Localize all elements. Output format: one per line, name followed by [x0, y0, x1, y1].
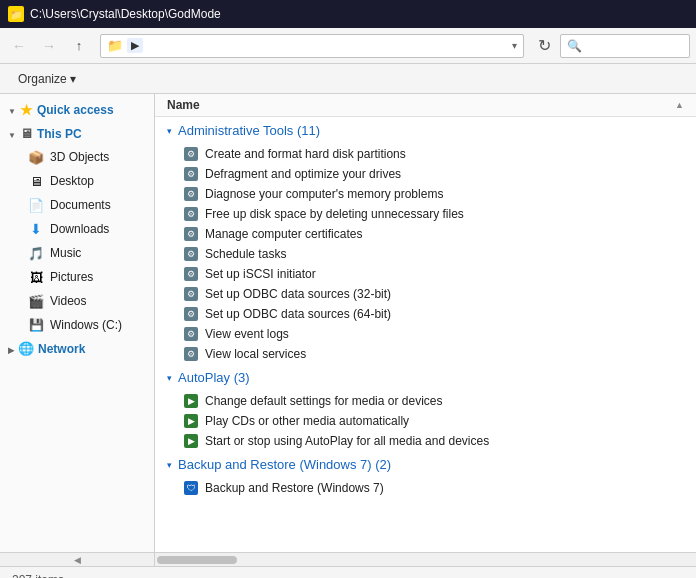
- toolbar: ← → ↑ 📁 ▶ ▾ ↻ 🔍: [0, 28, 696, 64]
- sidebar-item-3d-objects[interactable]: 📦 3D Objects: [0, 145, 154, 169]
- search-icon: 🔍: [567, 39, 582, 53]
- autoplay-icon: ▶: [183, 393, 199, 409]
- category-admin-tools: ▾ Administrative Tools (11) ⚙ Create and…: [155, 117, 696, 364]
- tool-icon: ⚙: [183, 266, 199, 282]
- category-backup-restore-title: Backup and Restore (Windows 7) (2): [178, 457, 391, 472]
- list-item[interactable]: ⚙ Manage computer certificates: [155, 224, 696, 244]
- folder-downloads-icon: ⬇: [28, 221, 44, 237]
- list-item[interactable]: 🛡 Backup and Restore (Windows 7): [155, 478, 696, 498]
- content-header: Name ▲: [155, 94, 696, 117]
- back-button[interactable]: ←: [6, 33, 32, 59]
- category-autoplay-title: AutoPlay (3): [178, 370, 250, 385]
- sidebar-section-this-pc[interactable]: 🖥 This PC: [0, 122, 154, 145]
- folder-videos-icon: 🎬: [28, 293, 44, 309]
- tool-icon: ⚙: [183, 326, 199, 342]
- category-autoplay-items: ▶ Change default settings for media or d…: [155, 391, 696, 451]
- search-box[interactable]: 🔍: [560, 34, 690, 58]
- sidebar-section-quick-access[interactable]: ★ Quick access: [0, 98, 154, 122]
- address-bar[interactable]: 📁 ▶ ▾: [100, 34, 524, 58]
- sidebar-item-pictures[interactable]: 🖼 Pictures: [0, 265, 154, 289]
- address-dropdown-icon[interactable]: ▾: [512, 40, 517, 51]
- category-autoplay: ▾ AutoPlay (3) ▶ Change default settings…: [155, 364, 696, 451]
- list-item[interactable]: ⚙ Set up ODBC data sources (64-bit): [155, 304, 696, 324]
- monitor-icon: 🖥: [20, 126, 33, 141]
- autoplay-icon: ▶: [183, 433, 199, 449]
- path-segment[interactable]: ▶: [127, 38, 143, 53]
- column-name[interactable]: Name: [167, 98, 200, 112]
- sidebar-item-documents[interactable]: 📄 Documents: [0, 193, 154, 217]
- action-bar: Organize ▾: [0, 64, 696, 94]
- list-item[interactable]: ⚙ View local services: [155, 344, 696, 364]
- sidebar: ★ Quick access 🖥 This PC 📦 3D Objects 🖥 …: [0, 94, 155, 552]
- tool-icon: ⚙: [183, 286, 199, 302]
- drive-icon: 💾: [28, 317, 44, 333]
- horizontal-scrollbar: ◀: [0, 552, 696, 566]
- category-admin-tools-header[interactable]: ▾ Administrative Tools (11): [155, 117, 696, 144]
- organize-button[interactable]: Organize ▾: [10, 68, 84, 90]
- autoplay-icon: ▶: [183, 413, 199, 429]
- title-bar-icon: 📁: [8, 6, 24, 22]
- category-backup-chevron-icon: ▾: [167, 460, 172, 470]
- folder-3d-icon: 📦: [28, 149, 44, 165]
- quick-access-label: Quick access: [37, 103, 114, 117]
- tool-icon: ⚙: [183, 206, 199, 222]
- sidebar-item-videos[interactable]: 🎬 Videos: [0, 289, 154, 313]
- list-item[interactable]: ▶ Play CDs or other media automatically: [155, 411, 696, 431]
- list-item[interactable]: ⚙ Defragment and optimize your drives: [155, 164, 696, 184]
- h-scroll-track[interactable]: [155, 553, 696, 567]
- category-autoplay-chevron-icon: ▾: [167, 373, 172, 383]
- sidebar-item-windows-c[interactable]: 💾 Windows (C:): [0, 313, 154, 337]
- list-item[interactable]: ⚙ Free up disk space by deleting unneces…: [155, 204, 696, 224]
- star-icon: ★: [20, 102, 33, 118]
- this-pc-label: This PC: [37, 127, 82, 141]
- list-item[interactable]: ▶ Change default settings for media or d…: [155, 391, 696, 411]
- list-item[interactable]: ⚙ Set up iSCSI initiator: [155, 264, 696, 284]
- folder-documents-icon: 📄: [28, 197, 44, 213]
- up-button[interactable]: ↑: [66, 33, 92, 59]
- tool-icon: ⚙: [183, 186, 199, 202]
- title-bar: 📁 C:\Users\Crystal\Desktop\GodMode: [0, 0, 696, 28]
- sidebar-item-music[interactable]: 🎵 Music: [0, 241, 154, 265]
- folder-music-icon: 🎵: [28, 245, 44, 261]
- organize-chevron-icon: ▾: [70, 72, 76, 86]
- list-item[interactable]: ⚙ Set up ODBC data sources (32-bit): [155, 284, 696, 304]
- list-item[interactable]: ⚙ Schedule tasks: [155, 244, 696, 264]
- chevron-right-icon: [8, 342, 14, 356]
- folder-pictures-icon: 🖼: [28, 269, 44, 285]
- sidebar-section-network[interactable]: 🌐 Network: [0, 337, 154, 360]
- main-layout: ★ Quick access 🖥 This PC 📦 3D Objects 🖥 …: [0, 94, 696, 552]
- tool-icon: ⚙: [183, 306, 199, 322]
- h-scroll-thumb[interactable]: [157, 556, 237, 564]
- sidebar-item-desktop[interactable]: 🖥 Desktop: [0, 169, 154, 193]
- content-area: Name ▲ ▾ Administrative Tools (11) ⚙ Cre…: [155, 94, 696, 552]
- h-scroll-left[interactable]: ◀: [0, 553, 155, 567]
- item-count: 207 items: [12, 573, 64, 579]
- category-autoplay-header[interactable]: ▾ AutoPlay (3): [155, 364, 696, 391]
- forward-button[interactable]: →: [36, 33, 62, 59]
- tool-icon: ⚙: [183, 246, 199, 262]
- sidebar-item-downloads[interactable]: ⬇ Downloads: [0, 217, 154, 241]
- category-backup-restore-header[interactable]: ▾ Backup and Restore (Windows 7) (2): [155, 451, 696, 478]
- address-icon: 📁: [107, 38, 123, 53]
- list-item[interactable]: ⚙ View event logs: [155, 324, 696, 344]
- network-icon: 🌐: [18, 341, 34, 356]
- list-item[interactable]: ▶ Start or stop using AutoPlay for all m…: [155, 431, 696, 451]
- folder-desktop-icon: 🖥: [28, 173, 44, 189]
- address-path: ▶: [127, 38, 508, 53]
- list-item[interactable]: ⚙ Diagnose your computer's memory proble…: [155, 184, 696, 204]
- category-admin-tools-items: ⚙ Create and format hard disk partitions…: [155, 144, 696, 364]
- network-label: Network: [38, 342, 85, 356]
- tool-icon: ⚙: [183, 226, 199, 242]
- tool-icon: ⚙: [183, 146, 199, 162]
- category-backup-restore-items: 🛡 Backup and Restore (Windows 7): [155, 478, 696, 498]
- category-chevron-icon: ▾: [167, 126, 172, 136]
- category-admin-tools-title: Administrative Tools (11): [178, 123, 320, 138]
- tool-icon: ⚙: [183, 346, 199, 362]
- category-backup-restore: ▾ Backup and Restore (Windows 7) (2) 🛡 B…: [155, 451, 696, 498]
- refresh-button[interactable]: ↻: [532, 34, 556, 58]
- header-sort-icon: ▲: [675, 100, 684, 110]
- title-bar-path: C:\Users\Crystal\Desktop\GodMode: [30, 7, 221, 21]
- status-bar: 207 items: [0, 566, 696, 578]
- chevron-down-icon: [8, 103, 16, 117]
- list-item[interactable]: ⚙ Create and format hard disk partitions: [155, 144, 696, 164]
